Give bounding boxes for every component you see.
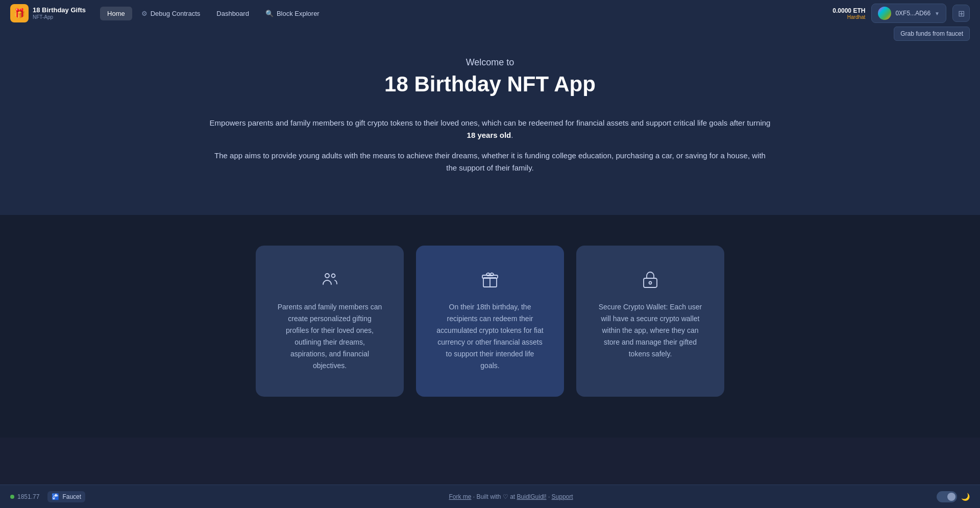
block-status-dot — [10, 495, 14, 499]
nav-debug-label: Debug Contracts — [151, 10, 201, 17]
eth-balance: 0.0000 ETH Hardhat — [832, 7, 865, 20]
nav-debug[interactable]: ⚙ Debug Contracts — [134, 7, 208, 20]
block-number-value: 1851.77 — [17, 493, 39, 500]
wallet-avatar — [878, 7, 891, 20]
app-name: 18 Birthday Gifts — [33, 6, 86, 14]
hero-title: 18 Birthday NFT App — [10, 72, 970, 96]
wallet-button[interactable]: 0XF5...AD66 ▼ — [871, 4, 946, 23]
footer: 1851.77 🚰 Faucet Fork me · Built with ♡ … — [0, 485, 980, 508]
wallet-address: 0XF5...AD66 — [895, 10, 930, 17]
svg-point-1 — [332, 274, 335, 278]
cards-container: Parents and family members can create pe… — [184, 246, 796, 397]
navbar: 🎁 18 Birthday Gifts NFT-App Home ⚙ Debug… — [0, 0, 980, 27]
buidlguidl-link[interactable]: BuidlGuidl! — [517, 493, 547, 500]
settings-button[interactable]: ⊞ — [952, 5, 970, 22]
settings-icon: ⊞ — [958, 9, 965, 18]
logo-emoji: 🎁 — [14, 8, 25, 19]
nav-links: Home ⚙ Debug Contracts Dashboard 🔍 Block… — [100, 7, 828, 20]
card-gifting-text: Parents and family members can create pe… — [276, 301, 383, 372]
faucet-icon: 🚰 — [52, 493, 59, 500]
moon-icon: 🌙 — [961, 493, 970, 501]
navbar-right: 0.0000 ETH Hardhat 0XF5...AD66 ▼ ⊞ — [832, 4, 970, 23]
footer-right: 🌙 — [937, 491, 970, 502]
card-redeem-text: On their 18th birthday, the recipients c… — [436, 301, 544, 372]
cards-section: Parents and family members can create pe… — [0, 215, 980, 438]
faucet-button[interactable]: 🚰 Faucet — [47, 491, 85, 502]
svg-rect-4 — [644, 278, 657, 287]
faucet-label: Faucet — [62, 493, 81, 500]
nav-explorer[interactable]: 🔍 Block Explorer — [258, 7, 327, 20]
support-link[interactable]: Support — [552, 493, 573, 500]
nav-home[interactable]: Home — [100, 7, 132, 20]
card-gifting-profiles: Parents and family members can create pe… — [256, 246, 404, 397]
gift-icon — [481, 270, 499, 291]
chevron-down-icon: ▼ — [935, 11, 940, 16]
hero-description-1: Empowers parents and family members to g… — [209, 117, 771, 141]
card-redeem: On their 18th birthday, the recipients c… — [416, 246, 564, 397]
svg-point-0 — [325, 274, 329, 278]
block-number: 1851.77 — [10, 493, 39, 500]
dark-mode-toggle[interactable] — [937, 491, 957, 502]
footer-center: Fork me · Built with ♡ at BuidlGuidl! · … — [85, 493, 937, 500]
footer-left: 1851.77 🚰 Faucet — [10, 491, 85, 502]
app-subtitle: NFT-App — [33, 14, 86, 20]
svg-point-5 — [649, 282, 652, 284]
built-with-text: Built with ♡ at — [476, 493, 515, 500]
nav-dashboard-label: Dashboard — [216, 10, 249, 17]
gear-icon: ⚙ — [141, 10, 148, 17]
nav-explorer-label: Block Explorer — [277, 10, 320, 17]
nav-dashboard[interactable]: Dashboard — [209, 7, 256, 20]
card-wallet: Secure Crypto Wallet: Each user will hav… — [576, 246, 724, 397]
lock-icon — [642, 270, 658, 291]
hero-welcome: Welcome to — [10, 57, 970, 68]
people-icon — [321, 270, 339, 291]
card-wallet-text: Secure Crypto Wallet: Each user will hav… — [597, 301, 704, 360]
faucet-tooltip: Grab funds from faucet — [894, 27, 970, 41]
search-icon: 🔍 — [265, 10, 274, 17]
eth-amount: 0.0000 ETH — [832, 7, 865, 14]
network-name: Hardhat — [832, 14, 865, 20]
fork-link[interactable]: Fork me — [449, 493, 471, 500]
nav-home-label: Home — [107, 10, 125, 17]
hero-description-2: The app aims to provide young adults wit… — [209, 150, 771, 174]
hero-section: Welcome to 18 Birthday NFT App Empowers … — [0, 27, 980, 215]
app-logo: 🎁 — [10, 4, 29, 22]
app-title-group: 18 Birthday Gifts NFT-App — [33, 6, 86, 20]
